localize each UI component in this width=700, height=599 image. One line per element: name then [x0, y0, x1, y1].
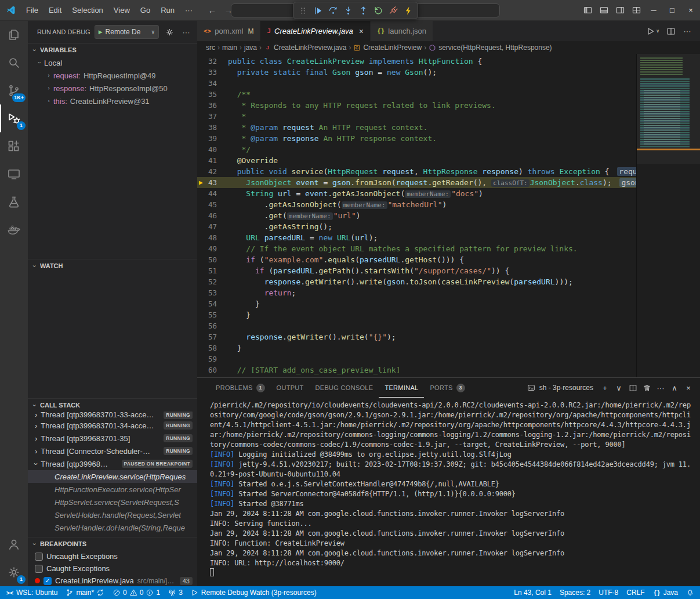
variable-row[interactable]: ›this:CreateLinkPreview@31: [28, 95, 197, 107]
gutter-line-45[interactable]: 45: [197, 199, 224, 210]
code-line-48[interactable]: 48 URL parsedURL = new URL(url);: [197, 232, 636, 243]
breadcrumb-item[interactable]: src: [206, 44, 215, 52]
gutter-line-44[interactable]: 44: [197, 188, 224, 199]
problems-indicator[interactable]: 001: [108, 586, 164, 599]
variable-row[interactable]: ›response:HttpResponseImpl@50: [28, 82, 197, 95]
code-line-46[interactable]: 46 .get(memberName:"url"): [197, 210, 636, 221]
code-line-47[interactable]: 47 .getAsString();: [197, 221, 636, 232]
gutter-line-38[interactable]: 38: [197, 122, 224, 133]
menu-file[interactable]: File: [21, 0, 43, 20]
breakpoints-section-header[interactable]: › BREAKPOINTS: [28, 537, 197, 550]
tab-pom-xml[interactable]: <>pom.xmlM: [197, 21, 260, 41]
gutter-line-42[interactable]: 42: [197, 166, 224, 177]
gutter-line-39[interactable]: 39: [197, 133, 224, 144]
go-back-icon[interactable]: ←: [206, 5, 219, 15]
branch-indicator[interactable]: main*: [61, 586, 108, 599]
gutter-line-46[interactable]: 46: [197, 210, 224, 221]
debug-disconnect-button[interactable]: [386, 3, 400, 17]
code-line-34[interactable]: 34: [197, 78, 636, 89]
gutter-line-51[interactable]: 51: [197, 265, 224, 276]
breakpoint-exception-row[interactable]: Caught Exceptions: [28, 562, 197, 575]
indentation-indicator[interactable]: Spaces: 2: [556, 586, 594, 599]
code-line-55[interactable]: 55 }: [197, 309, 636, 320]
run-java-button[interactable]: ∨: [646, 27, 659, 36]
code-line-39[interactable]: 39 * @param response An HTTP response co…: [197, 133, 636, 144]
callstack-frame-row[interactable]: HttpFunctionExecutor.service(HttpSer: [28, 483, 197, 496]
encoding-indicator[interactable]: UTF-8: [594, 586, 622, 599]
code-line-52[interactable]: 52 response.getWriter().write(gson.toJso…: [197, 276, 636, 287]
gutter-line-59[interactable]: 59: [197, 353, 224, 365]
minimize-button[interactable]: ─: [644, 0, 663, 20]
close-button[interactable]: ×: [681, 0, 700, 20]
close-panel-button[interactable]: ×: [683, 382, 694, 394]
activity-docker[interactable]: [0, 216, 28, 244]
checkbox[interactable]: ✓: [43, 577, 52, 585]
cursor-position[interactable]: Ln 43, Col 1: [510, 586, 556, 599]
code-line-44[interactable]: 44 String url = event.getAsJsonObject(me…: [197, 188, 636, 199]
watch-section-header[interactable]: › WATCH: [28, 259, 197, 272]
code-line-32[interactable]: 32public class CreateLinkPreview impleme…: [197, 56, 636, 67]
ports-indicator[interactable]: 3: [164, 586, 187, 599]
debug-continue-button[interactable]: [311, 3, 325, 17]
gutter-line-55[interactable]: 55: [197, 309, 224, 320]
menu-selection[interactable]: Selection: [67, 0, 108, 20]
layout-sidebar-icon[interactable]: [579, 0, 596, 20]
panel-tab-ports[interactable]: PORTS3: [424, 378, 470, 398]
variables-scope-local[interactable]: ›Local: [28, 56, 197, 69]
debug-start-icon[interactable]: ▶: [99, 29, 103, 35]
menu-edit[interactable]: Edit: [43, 0, 67, 20]
menu-more[interactable]: ···: [180, 0, 198, 20]
activity-extensions[interactable]: [0, 132, 28, 160]
debug-step-into-button[interactable]: [341, 3, 355, 17]
activity-explorer[interactable]: [0, 21, 28, 49]
activity-accounts[interactable]: [0, 531, 28, 558]
variables-section-header[interactable]: › VARIABLES: [28, 44, 197, 56]
callstack-thread-row[interactable]: ›Thread [Connector-Scheduler-…RUNNING: [28, 445, 197, 457]
code-line-40[interactable]: 40 */: [197, 144, 636, 155]
debug-config-selector[interactable]: ▶ Remote De ∨: [95, 25, 159, 39]
debug-step-over-button[interactable]: [326, 3, 340, 17]
menu-view[interactable]: View: [108, 0, 135, 20]
gutter-line-60[interactable]: 60: [197, 365, 224, 376]
debug-restart-button[interactable]: [371, 3, 385, 17]
code-line-33[interactable]: 33 private static final Gson gson = new …: [197, 67, 636, 78]
launch-profile-button[interactable]: ∨: [613, 382, 625, 394]
more-actions-button[interactable]: ···: [683, 27, 692, 36]
code-line-53[interactable]: 53 return;: [197, 287, 636, 298]
maximize-panel-button[interactable]: ∧: [669, 382, 680, 394]
gutter-line-41[interactable]: 41: [197, 155, 224, 166]
sidebar-more-icon[interactable]: ···: [180, 28, 193, 37]
tab-launch-json[interactable]: {}launch.json: [371, 21, 433, 41]
eol-indicator[interactable]: CRLF: [622, 586, 648, 599]
callstack-frame-row[interactable]: ServletHandler.doHandle(String,Reque: [28, 521, 197, 534]
gutter-line-40[interactable]: 40: [197, 144, 224, 155]
close-tab-icon[interactable]: ×: [359, 27, 364, 35]
language-indicator[interactable]: {}Java: [649, 586, 682, 599]
notifications-bell[interactable]: [682, 586, 700, 599]
callstack-frame-row[interactable]: ServletHolder.handle(Request,Servlet: [28, 508, 197, 521]
layout-secondary-icon[interactable]: [612, 0, 628, 20]
kill-terminal-button[interactable]: [641, 382, 652, 394]
terminal-selector[interactable]: sh - 3p-resources: [527, 383, 593, 392]
callstack-frame-row[interactable]: HttpServlet.service(ServletRequest,S: [28, 496, 197, 508]
code-line-37[interactable]: 37 *: [197, 111, 636, 122]
new-terminal-button[interactable]: +: [599, 382, 611, 394]
panel-tab-terminal[interactable]: TERMINAL: [379, 378, 424, 398]
gutter-line-53[interactable]: 53: [197, 287, 224, 298]
code-line-35[interactable]: 35 /**: [197, 89, 636, 100]
gutter-line-48[interactable]: 48: [197, 232, 224, 243]
code-editor[interactable]: 32public class CreateLinkPreview impleme…: [197, 54, 636, 377]
remote-indicator[interactable]: ><WSL: Ubuntu: [0, 586, 61, 599]
layout-grid-icon[interactable]: [628, 0, 644, 20]
code-line-45[interactable]: 45 .getAsJsonObject(memberName:"matchedU…: [197, 199, 636, 210]
variable-row[interactable]: ›request:HttpRequestImpl@49: [28, 69, 197, 82]
activity-source-control[interactable]: 1K+: [0, 77, 28, 104]
code-line-49[interactable]: 49 // If the event object URL matches a …: [197, 243, 636, 254]
activity-testing[interactable]: [0, 188, 28, 216]
call-stack-section-header[interactable]: › CALL STACK: [28, 399, 197, 412]
code-line-59[interactable]: 59: [197, 353, 636, 365]
breadcrumb-item[interactable]: CreateLinkPreview: [353, 44, 422, 52]
gutter-line-58[interactable]: 58: [197, 342, 224, 353]
maximize-button[interactable]: □: [663, 0, 681, 20]
callstack-frame-row[interactable]: CreateLinkPreview.service(HttpReques: [28, 470, 197, 483]
